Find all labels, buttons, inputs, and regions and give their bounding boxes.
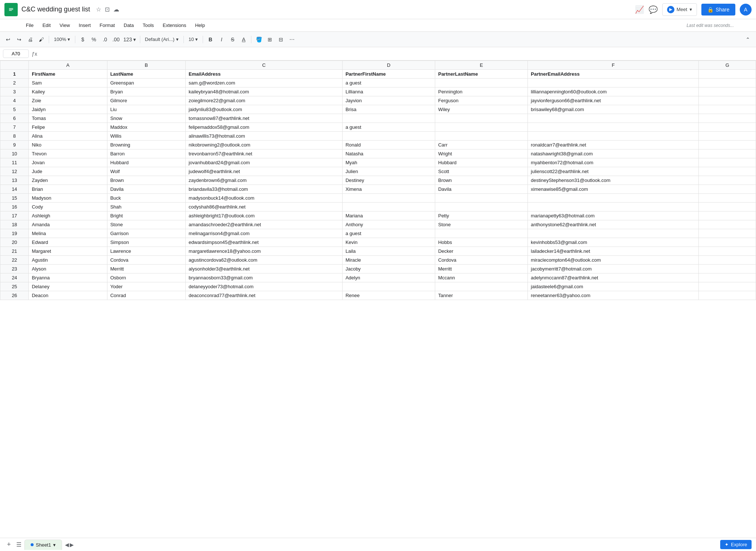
cell-A10[interactable]: Trevon — [29, 149, 107, 158]
cell-C24[interactable]: bryannaosborn33@gmail.com — [186, 273, 343, 282]
col-header-B[interactable]: B — [107, 61, 185, 70]
cell-C23[interactable]: alysonholder3@earthlink.net — [186, 265, 343, 273]
redo-button[interactable]: ↪ — [14, 34, 24, 45]
cell-F18[interactable]: anthonystone62@earthlink.net — [528, 220, 699, 229]
cell-E4[interactable]: Ferguson — [435, 96, 528, 105]
cell-E9[interactable]: Carr — [435, 141, 528, 149]
merge-button[interactable]: ⊟ — [276, 34, 286, 45]
cell-C12[interactable]: judewolf4@earthlink.net — [186, 167, 343, 176]
cell-E3[interactable]: Pennington — [435, 87, 528, 96]
cell-E23[interactable]: Merritt — [435, 265, 528, 273]
cloud-icon[interactable]: ☁ — [113, 6, 119, 13]
cell-G8[interactable] — [699, 132, 756, 141]
cell-A8[interactable]: Alina — [29, 132, 107, 141]
bold-button[interactable]: B — [205, 34, 216, 45]
cell-C7[interactable]: felipemaddox58@gmail.com — [186, 123, 343, 132]
col-header-C[interactable]: C — [186, 61, 343, 70]
currency-button[interactable]: $ — [78, 34, 88, 45]
cell-D6[interactable] — [342, 114, 435, 123]
cell-D21[interactable]: Laila — [342, 247, 435, 256]
menu-data[interactable]: Data — [120, 21, 137, 30]
cell-G6[interactable] — [699, 114, 756, 123]
cell-C9[interactable]: nikobrowning2@outlook.com — [186, 141, 343, 149]
cell-A18[interactable]: Amanda — [29, 220, 107, 229]
cell-G23[interactable] — [699, 265, 756, 273]
cell-A4[interactable]: Zoie — [29, 96, 107, 105]
cell-F21[interactable]: lailadecker14@earthlink.net — [528, 247, 699, 256]
cell-B11[interactable]: Hubbard — [107, 158, 185, 167]
cell-D2[interactable]: a guest — [342, 79, 435, 87]
cell-D15[interactable] — [342, 194, 435, 203]
cell-D10[interactable]: Natasha — [342, 149, 435, 158]
cell-A22[interactable]: Agustin — [29, 256, 107, 265]
font-select[interactable]: Default (Ari...) ▾ — [142, 34, 181, 45]
cell-F2[interactable] — [528, 79, 699, 87]
cell-G14[interactable] — [699, 185, 756, 194]
cell-F11[interactable]: myahbenton72@hotmail.com — [528, 158, 699, 167]
cell-B10[interactable]: Barron — [107, 149, 185, 158]
cell-F6[interactable] — [528, 114, 699, 123]
cell-D1[interactable]: PartnerFirstName — [342, 70, 435, 79]
zoom-select[interactable]: 100% ▾ — [51, 34, 73, 45]
menu-extensions[interactable]: Extensions — [159, 21, 190, 30]
meet-button[interactable]: ▶ Meet ▾ — [662, 3, 697, 16]
cell-C13[interactable]: zaydenbrown6@gmail.com — [186, 176, 343, 185]
cell-E17[interactable]: Petty — [435, 211, 528, 220]
cell-A13[interactable]: Zayden — [29, 176, 107, 185]
cell-G2[interactable] — [699, 79, 756, 87]
cell-G24[interactable] — [699, 273, 756, 282]
cell-E5[interactable]: Wiley — [435, 105, 528, 114]
cell-D16[interactable] — [342, 203, 435, 211]
cell-B16[interactable]: Shah — [107, 203, 185, 211]
cell-D19[interactable]: a guest — [342, 229, 435, 238]
cell-D4[interactable]: Jayvion — [342, 96, 435, 105]
decimal-dec-button[interactable]: .0 — [100, 34, 110, 45]
cell-E21[interactable]: Decker — [435, 247, 528, 256]
cell-B23[interactable]: Merritt — [107, 265, 185, 273]
cell-E24[interactable]: Mccann — [435, 273, 528, 282]
cell-A7[interactable]: Felipe — [29, 123, 107, 132]
cell-G22[interactable] — [699, 256, 756, 265]
cell-B1[interactable]: LastName — [107, 70, 185, 79]
cell-C1[interactable]: EmailAddress — [186, 70, 343, 79]
cell-B6[interactable]: Snow — [107, 114, 185, 123]
fill-color-button[interactable]: 🪣 — [254, 34, 264, 45]
cell-G15[interactable] — [699, 194, 756, 203]
cell-B2[interactable]: Greenspan — [107, 79, 185, 87]
cell-C15[interactable]: madysonbuck14@outlook.com — [186, 194, 343, 203]
cell-C26[interactable]: deaconconrad77@earthlink.net — [186, 291, 343, 300]
cell-F9[interactable]: ronaldcarr7@earthlink.net — [528, 141, 699, 149]
cell-A2[interactable]: Sam — [29, 79, 107, 87]
cell-C3[interactable]: kaileybryan48@hotmail.com — [186, 87, 343, 96]
cell-G9[interactable] — [699, 141, 756, 149]
col-header-E[interactable]: E — [435, 61, 528, 70]
menu-edit[interactable]: Edit — [39, 21, 54, 30]
cell-F22[interactable]: miraclecompton64@outlook.com — [528, 256, 699, 265]
cell-A24[interactable]: Bryanna — [29, 273, 107, 282]
cell-C18[interactable]: amandaschroeder2@earthlink.net — [186, 220, 343, 229]
cell-E20[interactable]: Hobbs — [435, 238, 528, 247]
cell-B13[interactable]: Brown — [107, 176, 185, 185]
cell-D9[interactable]: Ronald — [342, 141, 435, 149]
cell-E1[interactable]: PartnerLastName — [435, 70, 528, 79]
formula-input[interactable] — [40, 51, 753, 56]
cell-G18[interactable] — [699, 220, 756, 229]
cell-B25[interactable]: Yoder — [107, 282, 185, 291]
cell-F1[interactable]: PartnerEmailAddress — [528, 70, 699, 79]
folder-icon[interactable]: ⊡ — [105, 6, 110, 13]
cell-F3[interactable]: lilliannapennington60@outlook.com — [528, 87, 699, 96]
menu-help[interactable]: Help — [191, 21, 209, 30]
cell-E2[interactable] — [435, 79, 528, 87]
cell-G12[interactable] — [699, 167, 756, 176]
cell-D5[interactable]: Brisa — [342, 105, 435, 114]
cell-F26[interactable]: reneetanner63@yahoo.com — [528, 291, 699, 300]
cell-B15[interactable]: Buck — [107, 194, 185, 203]
cell-G25[interactable] — [699, 282, 756, 291]
cell-A11[interactable]: Jovan — [29, 158, 107, 167]
cell-B7[interactable]: Maddox — [107, 123, 185, 132]
cell-B12[interactable]: Wolf — [107, 167, 185, 176]
italic-button[interactable]: I — [216, 34, 227, 45]
format-123-button[interactable]: 123 ▾ — [122, 34, 137, 45]
cell-A19[interactable]: Melina — [29, 229, 107, 238]
cell-D25[interactable] — [342, 282, 435, 291]
